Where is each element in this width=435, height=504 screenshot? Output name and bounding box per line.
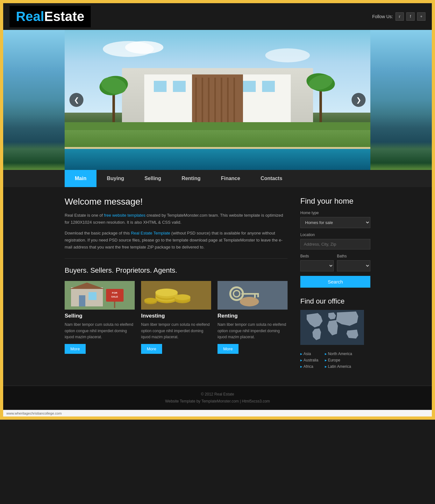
right-column: Find your home Home type Homes for sale …	[300, 197, 370, 370]
world-map	[300, 310, 364, 345]
card-renting-img	[218, 281, 288, 310]
url-text: www.wheritagechristiancollege.com	[6, 411, 62, 415]
beds-baths-row: Beds 1 2 3 4 5+ Baths	[300, 254, 370, 271]
card-selling-text: Nam liber tempor cum soluta no eleifend …	[65, 322, 135, 340]
footer-copyright: © 2012 Real Estate	[8, 391, 427, 398]
nav-item-main[interactable]: Main	[65, 170, 96, 187]
logo-estate-part: Estate	[44, 9, 84, 24]
divider	[65, 258, 288, 259]
welcome-para1: Real Estate is one of free website templ…	[65, 212, 288, 226]
card-investing: Investing Nam liber tempor cum soluta no…	[141, 281, 211, 354]
nav-item-buying[interactable]: Buying	[96, 170, 134, 187]
svg-rect-52	[241, 293, 259, 295]
beds-select[interactable]: 1 2 3 4 5+	[300, 260, 334, 271]
beds-label: Beds	[300, 254, 334, 258]
svg-rect-30	[71, 287, 103, 306]
house-image: FOR SALE	[65, 281, 135, 310]
svg-rect-32	[79, 295, 85, 306]
card-selling-img: FOR SALE	[65, 281, 135, 310]
svg-rect-54	[257, 295, 259, 297]
card-renting-btn[interactable]: More	[218, 344, 239, 354]
hero-next-btn[interactable]: ❯	[352, 93, 366, 107]
logo-real-part: Real	[16, 9, 44, 24]
region-europe[interactable]: Europe	[325, 357, 352, 363]
svg-rect-28	[65, 122, 370, 130]
region-latin-america[interactable]: Latin America	[325, 363, 352, 370]
svg-point-43	[155, 289, 178, 296]
svg-point-3	[265, 48, 310, 62]
twitter-btn[interactable]: 𝕣	[396, 12, 404, 21]
hero-prev-btn[interactable]: ❮	[69, 93, 83, 107]
card-selling-btn[interactable]: More	[65, 344, 86, 354]
svg-point-2	[125, 41, 163, 54]
region-asia[interactable]: Asia	[300, 351, 318, 357]
nav-item-selling[interactable]: Selling	[134, 170, 171, 187]
card-selling: FOR SALE Selling Nam liber tempor cum so…	[65, 281, 135, 354]
follow-us-section: Follow Us: 𝕣 f +	[372, 12, 425, 21]
follow-label: Follow Us:	[372, 14, 393, 19]
nav-bar: Main Buying Selling Renting Finance Cont…	[3, 170, 432, 187]
location-input[interactable]	[300, 239, 370, 249]
find-office-title: Find our office	[300, 297, 370, 305]
coins-svg	[141, 281, 211, 310]
hero-svg	[65, 30, 370, 170]
real-estate-template-link[interactable]: Real Estate Template	[131, 231, 170, 235]
buyers-section-title: Buyers. Sellers. Proprietors. Agents.	[65, 266, 288, 275]
logo-text: RealEstate	[16, 9, 84, 24]
nav-inner: Main Buying Selling Renting Finance Cont…	[65, 170, 370, 187]
location-label: Location	[300, 233, 370, 237]
house-svg: FOR SALE	[65, 281, 135, 310]
inner-frame: RealEstate Follow Us: 𝕣 f +	[3, 3, 432, 416]
nav-item-finance[interactable]: Finance	[211, 170, 250, 187]
welcome-title: Welcome message!	[65, 197, 288, 207]
main-content: Welcome message! Real Estate is one of f…	[65, 187, 370, 379]
svg-rect-8	[173, 81, 186, 92]
svg-rect-26	[65, 148, 370, 170]
cards-row: FOR SALE Selling Nam liber tempor cum so…	[65, 281, 288, 354]
hero-image: ❮ ❯	[65, 30, 370, 170]
welcome-para2: Download the basic package of this Real …	[65, 230, 288, 251]
card-renting: Renting Nam liber tempor cum soluta no e…	[218, 281, 288, 354]
regions-container: Asia Australia Africa North America Euro…	[300, 351, 370, 370]
card-investing-title: Investing	[141, 313, 211, 319]
nav-item-contacts[interactable]: Contacts	[250, 170, 292, 187]
svg-rect-37	[114, 302, 115, 308]
card-renting-text: Nam liber tempor cum soluta no eleifend …	[218, 322, 288, 340]
logo: RealEstate	[10, 6, 91, 27]
regions-left: Asia Australia Africa	[300, 351, 318, 370]
beds-group: Beds 1 2 3 4 5+	[300, 254, 334, 271]
card-investing-img	[141, 281, 211, 310]
facebook-btn[interactable]: f	[406, 12, 415, 21]
svg-text:SALE: SALE	[111, 295, 118, 298]
region-africa[interactable]: Africa	[300, 363, 318, 370]
plus-btn[interactable]: +	[417, 12, 425, 21]
home-type-select[interactable]: Homes for sale Apartments Commercial Lan…	[300, 217, 370, 228]
hero-section: ❮ ❯	[3, 30, 432, 170]
card-renting-title: Renting	[218, 313, 288, 319]
url-bar: www.wheritagechristiancollege.com	[3, 410, 432, 416]
search-button[interactable]: Search	[300, 276, 370, 288]
nav-item-renting[interactable]: Renting	[171, 170, 211, 187]
svg-rect-33	[89, 292, 96, 300]
regions-right: North America Europe Latin America	[325, 351, 352, 370]
svg-rect-7	[154, 81, 167, 92]
svg-point-46	[175, 294, 190, 300]
baths-select[interactable]: 1 2 3 4 5+	[337, 260, 370, 271]
svg-rect-9	[243, 81, 256, 92]
card-investing-btn[interactable]: More	[141, 344, 162, 354]
svg-rect-27	[65, 147, 370, 149]
svg-rect-53	[254, 295, 256, 298]
find-home-title: Find your home	[300, 197, 370, 206]
svg-text:FOR: FOR	[112, 291, 118, 294]
svg-point-48	[144, 298, 157, 303]
footer: © 2012 Real Estate Website Template by T…	[3, 386, 432, 410]
card-selling-title: Selling	[65, 313, 135, 319]
keys-svg	[218, 281, 288, 310]
region-north-america[interactable]: North America	[325, 351, 352, 357]
card-investing-text: Nam liber tempor cum soluta no eleifend …	[141, 322, 211, 340]
free-templates-link[interactable]: free website templates	[104, 213, 146, 218]
baths-group: Baths 1 2 3 4 5+	[337, 254, 370, 271]
baths-label: Baths	[337, 254, 370, 258]
outer-frame: RealEstate Follow Us: 𝕣 f +	[0, 0, 435, 420]
region-australia[interactable]: Australia	[300, 357, 318, 363]
